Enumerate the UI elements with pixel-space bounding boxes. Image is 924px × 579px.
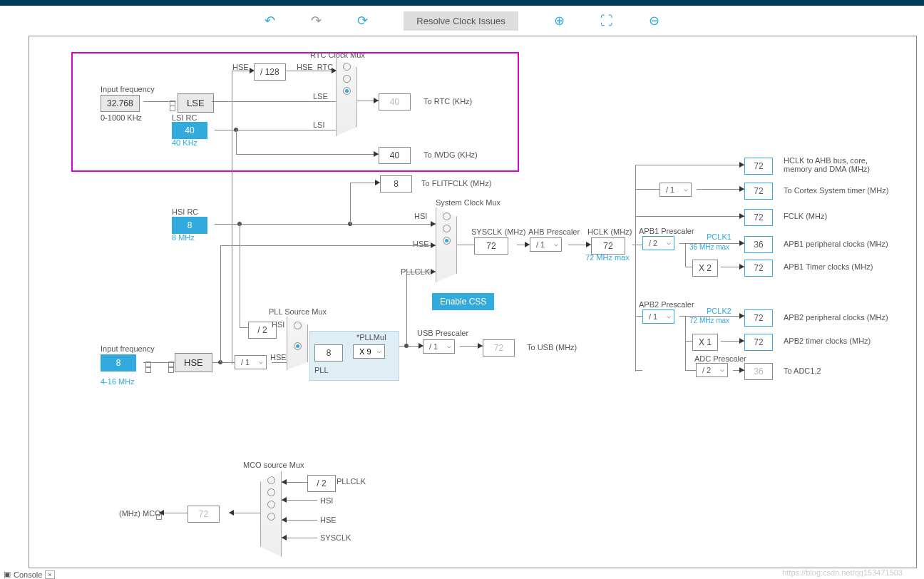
hclk-label: HCLK (MHz) [587, 227, 632, 236]
hse-range: 4-16 MHz [101, 377, 135, 386]
mco-hsi: HSI [320, 496, 333, 505]
apb1-title: APB1 Prescaler [639, 227, 694, 235]
rtc-mux-title: RTC Clock Mux [310, 51, 365, 59]
resolve-button[interactable]: Resolve Clock Issues [404, 11, 518, 31]
pll-block: *PLLMul 8 X 9 PLL [309, 331, 399, 381]
sysclk-label: SYSCLK (MHz) [471, 227, 525, 236]
usb-val: 72 [483, 339, 515, 357]
pclk1-label: PCLK1 [707, 232, 732, 241]
apb2-timer-val: 72 [744, 334, 773, 351]
sysmux-hse: HSE [413, 240, 429, 248]
redo-icon[interactable]: ↷ [311, 13, 322, 29]
usb-title: USB Prescaler [417, 329, 468, 337]
lsi-val[interactable]: 40 [172, 122, 207, 139]
lse-freq-input[interactable]: 32.768 [101, 95, 140, 112]
apb1-periph-label: APB1 peripheral clocks (MHz) [784, 240, 888, 248]
zoom-in-icon[interactable]: ⊕ [554, 13, 565, 29]
pll-src-title: PLL Source Mux [269, 307, 327, 316]
pll-hse: HSE [270, 353, 287, 362]
hse-freq-label: Input frequency [101, 344, 155, 353]
rtc-mux[interactable] [336, 58, 357, 136]
sysmux-title: System Clock Mux [436, 198, 500, 207]
usb-select[interactable]: / 1 [423, 339, 455, 354]
apb2-max: 72 MHz max [689, 317, 729, 324]
refresh-icon[interactable]: ⟳ [357, 13, 368, 29]
lsi-unit: 40 KHz [172, 138, 197, 147]
pclk2-label: PCLK2 [707, 307, 732, 315]
hsi-unit: 8 MHz [172, 233, 195, 242]
ahb-select[interactable]: / 1 [530, 237, 562, 252]
close-icon[interactable]: × [45, 570, 54, 579]
hse-presc-select[interactable]: / 1 [235, 355, 267, 369]
undo-icon[interactable]: ↶ [265, 13, 275, 29]
cortex-val: 72 [744, 183, 773, 200]
iwdg-out: 40 [379, 147, 411, 164]
pll-val[interactable]: 8 [314, 344, 343, 362]
pllmul-label: *PLLMul [356, 333, 386, 342]
flitf-label: To FLITFCLK (MHz) [421, 179, 491, 188]
mco-title: MCO source Mux [243, 461, 304, 469]
cortex-select[interactable]: / 1 [659, 183, 692, 197]
apb2-title: APB2 Prescaler [639, 300, 694, 309]
adc-label: To ADC1,2 [784, 367, 821, 375]
rtc-lsi-label: LSI [313, 121, 325, 129]
sysclk-val: 72 [474, 237, 508, 255]
hsi-val[interactable]: 8 [172, 217, 207, 234]
hse-freq-input[interactable]: 8 [101, 354, 136, 372]
fit-icon[interactable]: ⛶ [600, 14, 613, 29]
cortex-label: To Cortex System timer (MHz) [784, 186, 888, 195]
apb1-timer-label: APB1 Timer clocks (MHz) [784, 262, 873, 271]
console-icon: ▣ [4, 570, 11, 579]
apb2-select[interactable]: / 1 [642, 309, 674, 324]
mco-pllclk: PLLCLK [337, 477, 366, 486]
ahb-max: 72 MHz max [585, 253, 630, 262]
hse-block[interactable]: HSE [175, 353, 212, 372]
mco-hse: HSE [320, 516, 337, 524]
pll-src-mux[interactable] [287, 317, 308, 370]
mco-mux[interactable] [260, 471, 282, 557]
apb2-timer-label: APB2 timer clocks (MHz) [784, 337, 871, 345]
pllmul-select[interactable]: X 9 [353, 344, 385, 359]
hsi-rc-label: HSI RC [172, 207, 198, 216]
apb1-timer-val: 72 [744, 260, 773, 277]
pll-hsi: HSI [272, 320, 284, 329]
lse-freq-label: Input frequency [101, 85, 155, 93]
sysmux-hsi: HSI [414, 212, 427, 220]
lse-block[interactable]: LSE [178, 93, 214, 113]
div128[interactable]: / 128 [254, 63, 286, 81]
usb-label: To USB (MHz) [527, 343, 577, 352]
enable-css-button[interactable]: Enable CSS [432, 293, 494, 310]
ahb-label: AHB Prescaler [528, 227, 580, 236]
zoom-out-icon[interactable]: ⊖ [649, 13, 659, 29]
apb1-select[interactable]: / 2 [642, 236, 674, 250]
console-label: Console [14, 570, 42, 579]
clock-diagram[interactable]: RTC Clock Mux Input frequency 32.768 0-1… [29, 36, 917, 568]
rtc-out-label: To RTC (KHz) [423, 97, 472, 106]
mco-out-label: (MHz) MCO [119, 509, 161, 518]
pll-label: PLL [314, 366, 329, 374]
apb1-max: 36 MHz max [689, 243, 729, 251]
apb1-periph-val: 36 [744, 236, 773, 253]
mco-val: 72 [188, 506, 220, 523]
adc-select[interactable]: / 2 [696, 363, 728, 377]
iwdg-label: To IWDG (KHz) [423, 150, 478, 159]
rtc-out: 40 [379, 93, 411, 111]
lsi-rc-label: LSI RC [172, 113, 197, 122]
flitf-val: 8 [380, 175, 412, 193]
hclk-val: 72 [591, 237, 625, 255]
adc-val: 36 [744, 363, 773, 380]
lse-range: 0-1000 KHz [101, 113, 142, 122]
watermark: https://blog.csdn.net/qq153471503 [782, 568, 903, 577]
sys-mux[interactable] [436, 207, 457, 282]
apb2-x1: X 1 [692, 334, 718, 351]
console-tab[interactable]: ▣ Console × [4, 570, 55, 579]
apb2-periph-val: 72 [744, 309, 773, 327]
mco-div2[interactable]: / 2 [307, 475, 336, 492]
rtc-lse-label: LSE [313, 92, 328, 101]
apb2-periph-label: APB2 peripheral clocks (MHz) [784, 313, 888, 322]
fclk-label: FCLK (MHz) [784, 212, 827, 220]
hclk-ahb-val: 72 [744, 158, 773, 175]
hclk-ahb-label: HCLK to AHB bus, core, memory and DMA (M… [784, 156, 898, 173]
apb1-x2: X 2 [692, 260, 718, 277]
fclk-val: 72 [744, 209, 773, 226]
